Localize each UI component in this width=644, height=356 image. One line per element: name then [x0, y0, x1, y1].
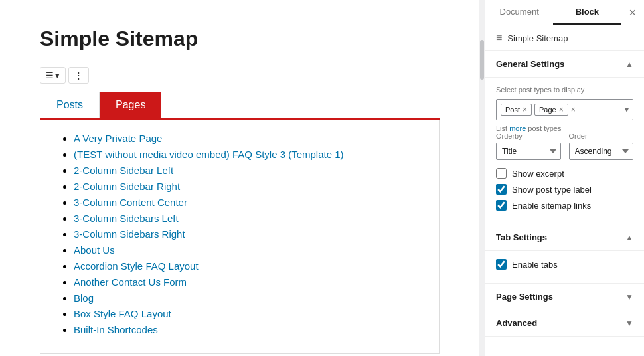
show-excerpt-checkbox[interactable] — [496, 168, 507, 179]
enable-sitemap-links-row: Enable sitemap links — [496, 200, 633, 211]
sitemap-link[interactable]: About Us — [74, 244, 115, 256]
block-toolbar: ☰ ▾ ⋮ — [40, 67, 440, 84]
show-post-type-label-checkbox[interactable] — [496, 184, 507, 195]
list-item: Box Style FAQ Layout — [74, 308, 426, 320]
list-item: (TEST without media video embed) FAQ Sty… — [74, 149, 426, 161]
list-item: Blog — [74, 292, 426, 304]
general-settings-title: General Settings — [496, 59, 564, 69]
enable-tabs-row: Enable tabs — [496, 259, 633, 270]
page-settings-title: Page Settings — [496, 292, 553, 302]
tag-page-label: Page — [539, 106, 556, 114]
tab-block[interactable]: Block — [553, 0, 621, 25]
show-excerpt-label: Show excerpt — [512, 169, 564, 179]
more-icon: ⋮ — [74, 70, 83, 80]
close-button[interactable]: × — [621, 1, 645, 24]
show-excerpt-row: Show excerpt — [496, 168, 633, 179]
advanced-title: Advanced — [496, 318, 537, 328]
list-item: 2-Column Sidebar Left — [74, 165, 426, 177]
orderby-select[interactable]: Title Date Author Menu Order — [496, 143, 561, 160]
post-types-input[interactable]: Post × Page × × ▾ — [496, 99, 633, 120]
sitemap-tab-bar: Posts Pages — [40, 92, 440, 120]
list-item: 3-Column Sidebars Left — [74, 213, 426, 224]
list-item: Accordion Style FAQ Layout — [74, 260, 426, 272]
orderby-group: Orderby Title Date Author Menu Order — [496, 132, 561, 160]
scroll-track[interactable] — [479, 0, 485, 356]
scroll-thumb[interactable] — [480, 40, 484, 80]
tab-settings-content: Enable tabs — [485, 251, 644, 284]
order-group: Order Ascending Descending — [569, 132, 634, 160]
order-select[interactable]: Ascending Descending — [569, 143, 634, 160]
list-item: 3-Column Sidebars Right — [74, 228, 426, 240]
page-title: Simple Sitemap — [40, 27, 440, 51]
show-post-type-label-label: Show post type label — [512, 185, 592, 195]
list-chevron-icon: ▾ — [55, 70, 60, 80]
enable-tabs-checkbox[interactable] — [496, 259, 507, 270]
list-item: 3-Column Content Center — [74, 197, 426, 209]
settings-sidebar: Document Block × ≡ Simple Sitemap Genera… — [485, 0, 644, 356]
tab-settings-chevron-up-icon: ▲ — [625, 233, 633, 242]
list-item: About Us — [74, 244, 426, 256]
editor-area: Simple Sitemap ☰ ▾ ⋮ Posts Pages A Very … — [0, 0, 479, 356]
tab-settings-header[interactable]: Tab Settings ▲ — [485, 224, 644, 251]
show-post-type-label-row: Show post type label — [496, 184, 633, 195]
tab-posts[interactable]: Posts — [40, 92, 100, 118]
list-more-text: List more post types — [496, 124, 633, 132]
page-settings-chevron-down-icon: ▼ — [625, 292, 633, 302]
tab-pages[interactable]: Pages — [100, 92, 161, 118]
list-icon: ☰ — [46, 70, 54, 80]
sidebar-header: Document Block × — [485, 0, 644, 25]
sitemap-content: A Very Private Page (TEST without media … — [40, 120, 440, 354]
tag-post: Post × — [501, 104, 532, 116]
sitemap-link[interactable]: (TEST without media video embed) FAQ Sty… — [74, 149, 344, 160]
sitemap-link[interactable]: Accordion Style FAQ Layout — [74, 260, 199, 272]
tag-page-remove-button[interactable]: × — [559, 106, 564, 114]
sitemap-icon: ≡ — [496, 32, 502, 44]
sitemap-link[interactable]: 3-Column Sidebars Left — [74, 213, 179, 224]
list-item: A Very Private Page — [74, 133, 426, 145]
general-settings-chevron-up-icon: ▲ — [625, 60, 633, 69]
sitemap-link[interactable]: A Very Private Page — [74, 133, 162, 144]
tags-clear-button[interactable]: × — [571, 106, 576, 114]
enable-tabs-label: Enable tabs — [512, 260, 558, 270]
sitemap-link[interactable]: Built-In Shortcodes — [74, 324, 158, 335]
general-settings-content: Select post types to display Post × Page… — [485, 78, 644, 224]
enable-sitemap-links-checkbox[interactable] — [496, 200, 507, 211]
sitemap-link[interactable]: 2-Column Sidebar Right — [74, 181, 180, 192]
orderby-label: Orderby — [496, 132, 561, 140]
tab-settings-title: Tab Settings — [496, 232, 547, 242]
list-item: Built-In Shortcodes — [74, 324, 426, 336]
block-label-text: Simple Sitemap — [507, 33, 568, 43]
tab-document[interactable]: Document — [485, 0, 553, 25]
sitemap-link[interactable]: 2-Column Sidebar Left — [74, 165, 173, 176]
sitemap-link[interactable]: Another Contact Us Form — [74, 276, 187, 288]
list-item: 2-Column Sidebar Right — [74, 181, 426, 193]
order-row: Orderby Title Date Author Menu Order Ord… — [496, 132, 633, 160]
list-style-button[interactable]: ☰ ▾ — [40, 67, 66, 84]
sitemap-link[interactable]: 3-Column Sidebars Right — [74, 228, 185, 240]
more-post-types-link[interactable]: more — [509, 124, 526, 132]
general-settings-header[interactable]: General Settings ▲ — [485, 51, 644, 78]
tag-post-label: Post — [505, 106, 520, 114]
advanced-chevron-down-icon: ▼ — [625, 319, 633, 328]
sitemap-link[interactable]: 3-Column Content Center — [74, 197, 187, 208]
order-label: Order — [569, 132, 634, 140]
more-options-button[interactable]: ⋮ — [68, 67, 89, 84]
sitemap-link[interactable]: Blog — [74, 292, 94, 304]
enable-sitemap-links-label: Enable sitemap links — [512, 201, 591, 211]
list-item: Another Contact Us Form — [74, 276, 426, 288]
block-label-bar: ≡ Simple Sitemap — [485, 25, 644, 51]
advanced-header[interactable]: Advanced ▼ — [485, 310, 644, 337]
tag-post-remove-button[interactable]: × — [523, 106, 527, 114]
page-settings-header[interactable]: Page Settings ▼ — [485, 284, 644, 310]
post-types-label: Select post types to display — [496, 86, 633, 94]
sitemap-list: A Very Private Page (TEST without media … — [60, 133, 426, 336]
sitemap-link[interactable]: Box Style FAQ Layout — [74, 308, 171, 319]
tags-expand-button[interactable]: ▾ — [625, 105, 629, 114]
tag-page: Page × — [534, 104, 568, 116]
